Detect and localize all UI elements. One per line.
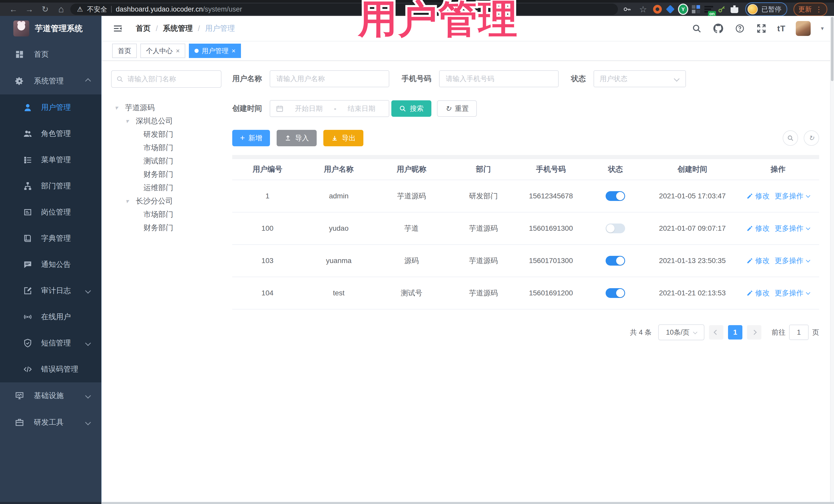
page-scrollbar[interactable] [830, 16, 834, 504]
sidebar-item-sms-mgmt[interactable]: 短信管理 [0, 330, 101, 356]
more-actions-link[interactable]: 更多操作 [775, 288, 810, 298]
tab-home[interactable]: 首页 [112, 44, 137, 58]
avatar-caret-icon[interactable] [821, 25, 824, 32]
extension-orange-icon[interactable] [652, 4, 663, 14]
tree-node[interactable]: 测试部门 [111, 154, 221, 168]
browser-profile-button[interactable]: 已暂停 [745, 2, 787, 16]
breadcrumb-system[interactable]: 系统管理 [163, 23, 193, 34]
extension-green-circle-icon[interactable]: Y [678, 4, 688, 14]
edit-link[interactable]: 修改 [746, 256, 770, 266]
extension-grid-icon[interactable] [691, 4, 701, 14]
more-actions-link[interactable]: 更多操作 [775, 256, 810, 266]
export-button[interactable]: 导出 [323, 130, 364, 146]
bookmark-star-icon[interactable] [636, 4, 650, 15]
mobile-field[interactable] [439, 70, 559, 87]
sidebar-item-dict-mgmt[interactable]: 字典管理 [0, 225, 101, 251]
prev-page-button[interactable] [709, 325, 723, 339]
dept-search-input[interactable] [127, 75, 216, 83]
edit-link[interactable]: 修改 [746, 288, 770, 298]
date-end-placeholder[interactable]: 结束日期 [340, 104, 383, 113]
help-icon[interactable] [734, 23, 745, 34]
github-icon[interactable] [712, 23, 724, 34]
current-page-button[interactable]: 1 [728, 325, 742, 339]
browser-home-icon[interactable] [54, 4, 68, 15]
sidebar-item-menu-mgmt[interactable]: 菜单管理 [0, 147, 101, 173]
col-username: 用户名称 [303, 159, 375, 180]
close-icon[interactable] [176, 47, 180, 54]
gear-icon [15, 76, 24, 86]
status-toggle[interactable] [606, 256, 625, 266]
tree-node[interactable]: 研发部门 [111, 128, 221, 141]
status-toggle[interactable] [606, 288, 625, 298]
tree-node[interactable]: 财务部门 [111, 221, 221, 235]
browser-update-button[interactable]: 更新 [793, 3, 827, 16]
header-search-icon[interactable] [691, 23, 702, 34]
tree-node[interactable]: 长沙分公司 [111, 195, 221, 208]
table-search-button[interactable] [783, 130, 798, 146]
more-actions-link[interactable]: 更多操作 [775, 191, 810, 201]
tab-profile[interactable]: 个人中心 [140, 44, 185, 58]
reset-button[interactable]: 重置 [437, 100, 477, 117]
import-button[interactable]: 导入 [277, 130, 317, 146]
tree-node[interactable]: 深圳总公司 [111, 114, 221, 128]
search-button[interactable]: 搜索 [391, 100, 431, 117]
edit-link[interactable]: 修改 [746, 223, 770, 233]
goto-page-input[interactable] [789, 325, 809, 340]
breadcrumb-home[interactable]: 首页 [136, 23, 151, 34]
extensions-puzzle-icon[interactable] [729, 4, 740, 14]
caret-down-icon[interactable] [115, 104, 125, 111]
sidebar-item-system[interactable]: 系统管理 [0, 68, 101, 94]
scrollbar-thumb[interactable] [831, 17, 833, 81]
mobile-input[interactable] [445, 75, 552, 83]
address-bar[interactable]: 不安全 dashboard.yudao.iocoder.cn/system/us… [70, 4, 618, 15]
extension-key-icon[interactable] [717, 4, 727, 14]
edit-link[interactable]: 修改 [746, 191, 770, 201]
sidebar-item-dept-mgmt[interactable]: 部门管理 [0, 173, 101, 199]
fullscreen-icon[interactable] [756, 23, 767, 34]
sidebar-item-infra[interactable]: 基础设施 [0, 382, 101, 409]
tree-node[interactable]: 市场部门 [111, 141, 221, 154]
sidebar-item-role-mgmt[interactable]: 角色管理 [0, 120, 101, 147]
page-size-select[interactable]: 10条/页 [658, 324, 704, 340]
tree-node[interactable]: 市场部门 [111, 208, 221, 221]
date-range-picker[interactable]: 开始日期 - 结束日期 [270, 100, 389, 117]
tree-node[interactable]: 财务部门 [111, 168, 221, 181]
status-select[interactable]: 用户状态 [594, 70, 686, 87]
sidebar-item-errcode-mgmt[interactable]: 错误码管理 [0, 356, 101, 382]
tree-node-root[interactable]: 芋道源码 [111, 101, 221, 114]
status-toggle[interactable] [606, 191, 625, 201]
caret-down-icon[interactable] [126, 198, 136, 205]
sidebar-item-post-mgmt[interactable]: 岗位管理 [0, 199, 101, 225]
username-input[interactable] [276, 75, 383, 83]
sidebar-item-user-mgmt[interactable]: 用户管理 [0, 94, 101, 120]
browser-menu-icon[interactable] [815, 5, 822, 14]
caret-down-icon[interactable] [126, 117, 136, 125]
add-button[interactable]: 新增 [232, 130, 270, 146]
more-actions-link[interactable]: 更多操作 [775, 223, 810, 233]
tree-node[interactable]: 运维部门 [111, 181, 221, 195]
dept-search-box[interactable] [111, 70, 221, 88]
table-refresh-button[interactable] [804, 130, 819, 146]
sidebar-item-home[interactable]: 首页 [0, 41, 101, 68]
browser-back-icon[interactable] [7, 4, 20, 15]
sidebar-item-notice[interactable]: 通知公告 [0, 251, 101, 278]
app-logo[interactable]: 芋道管理系统 [0, 16, 101, 41]
sidebar-item-audit-log[interactable]: 审计日志 [0, 278, 101, 304]
extension-gem-icon[interactable] [665, 4, 675, 14]
collapse-sidebar-icon[interactable] [112, 23, 124, 34]
sidebar-item-devtools[interactable]: 研发工具 [0, 409, 101, 436]
next-page-button[interactable] [747, 325, 761, 339]
password-key-icon[interactable] [620, 4, 634, 15]
username-field[interactable] [270, 70, 389, 87]
close-icon[interactable] [232, 47, 235, 54]
font-size-icon[interactable]: tT [777, 24, 786, 34]
insecure-label[interactable]: 不安全 [87, 5, 107, 14]
status-toggle[interactable] [606, 223, 625, 233]
tab-user-mgmt[interactable]: 用户管理 [189, 44, 241, 58]
date-start-placeholder[interactable]: 开始日期 [287, 104, 331, 113]
sidebar-item-online-users[interactable]: 在线用户 [0, 304, 101, 330]
user-avatar[interactable] [796, 21, 811, 36]
extension-switch-icon[interactable]: on [704, 4, 714, 14]
browser-reload-icon[interactable] [39, 4, 52, 15]
browser-forward-icon[interactable] [23, 4, 36, 15]
